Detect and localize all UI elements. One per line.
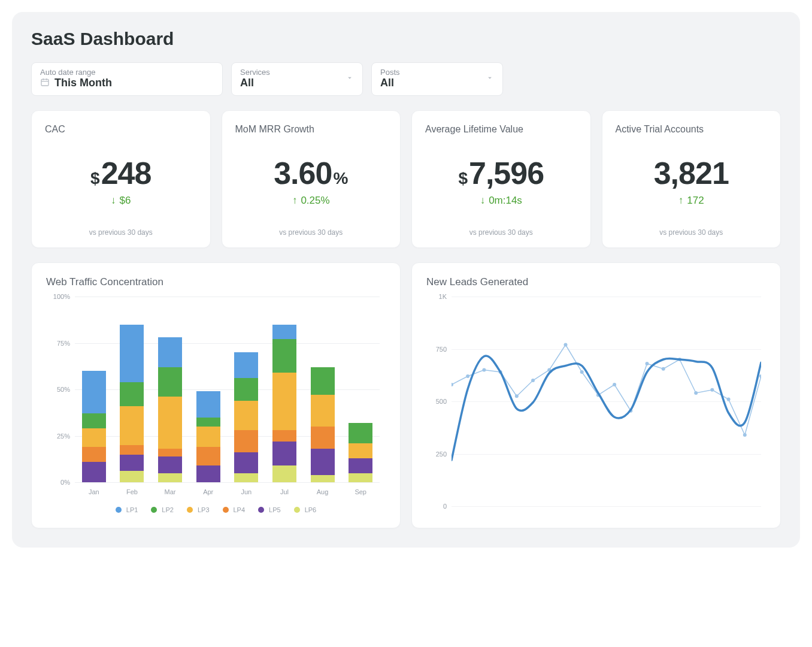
metric-delta: ↑0.25% [235, 195, 387, 207]
metric-value-row: $7,596 [425, 155, 577, 191]
data-point [759, 374, 761, 378]
services-filter[interactable]: Services All [231, 62, 363, 96]
bar-segment-LP4 [234, 430, 258, 452]
bar-segment-LP3 [349, 443, 372, 458]
data-point [580, 370, 584, 374]
legend-item: LP5 [258, 506, 281, 513]
bar-segment-LP1 [234, 352, 258, 378]
data-point [613, 383, 616, 386]
legend-swatch [294, 507, 300, 513]
legend-item: LP6 [294, 506, 317, 513]
legend-label: LP6 [305, 506, 317, 513]
posts-label: Posts [380, 68, 494, 77]
metric-delta-value: 0.25% [301, 195, 329, 207]
bar-segment-LP4 [272, 430, 296, 442]
legend-item: LP1 [116, 506, 138, 513]
x-tick-label: Jun [234, 488, 258, 495]
page-title: SaaS Dashboard [31, 29, 781, 49]
bar-column [349, 423, 372, 482]
dashboard-page: SaaS Dashboard Auto date range This Mont… [12, 12, 800, 548]
chart-title: New Leads Generated [426, 276, 766, 288]
data-point [531, 379, 535, 382]
posts-value: All [380, 77, 494, 89]
bar-segment-LP1 [120, 325, 144, 382]
metric-delta: ↑172 [616, 195, 768, 207]
metric-compare: vs previous 30 days [235, 228, 387, 237]
metric-card: CAC$248↓$6vs previous 30 days [31, 110, 211, 248]
x-tick-label: Jan [82, 488, 106, 495]
line-series-points [452, 345, 761, 436]
bar-segment-LP2 [120, 382, 144, 406]
y-tick-label: 50% [46, 386, 70, 393]
legend-label: LP4 [234, 506, 246, 513]
bar-segment-LP5 [349, 458, 372, 473]
metric-title: MoM MRR Growth [235, 124, 387, 135]
services-value: All [240, 77, 354, 89]
bar-segment-LP3 [272, 373, 296, 430]
y-tick-label: 250 [426, 451, 447, 458]
metrics-row: CAC$248↓$6vs previous 30 daysMoM MRR Gro… [31, 110, 781, 248]
svg-rect-0 [41, 79, 49, 86]
date-range-filter[interactable]: Auto date range This Month [31, 62, 223, 96]
legend-label: LP5 [269, 506, 281, 513]
bar-segment-LP6 [234, 473, 258, 483]
arrow-up-icon: ↑ [292, 195, 298, 207]
metric-value-row: $248 [45, 155, 197, 191]
x-tick-label: Jul [272, 488, 296, 495]
metric-compare: vs previous 30 days [616, 228, 768, 237]
metric-value: 3.60 [274, 155, 332, 191]
bar-chart: 0%25%50%75%100% JanFebMarAprJunJulAugSep… [46, 297, 386, 513]
data-point [646, 362, 649, 365]
bar-segment-LP3 [311, 395, 335, 427]
metric-value-row: 3.60% [235, 155, 387, 191]
x-tick-label: Feb [120, 488, 144, 495]
data-point [515, 394, 519, 398]
bar-segment-LP2 [234, 378, 258, 400]
bar-column [311, 367, 335, 482]
metric-value: 3,821 [654, 155, 729, 191]
x-tick-label: Apr [196, 488, 220, 495]
metric-compare: vs previous 30 days [425, 228, 577, 237]
arrow-up-icon: ↑ [678, 195, 684, 207]
legend-swatch [187, 507, 193, 513]
legend-swatch [258, 507, 264, 513]
data-point [727, 398, 731, 401]
metric-delta-value: 172 [687, 195, 704, 207]
metric-value: 248 [101, 155, 152, 191]
bar-segment-LP6 [120, 471, 144, 482]
metric-delta-value: 0m:14s [489, 195, 522, 207]
y-tick-label: 0% [46, 479, 70, 486]
bar-segment-LP4 [311, 427, 335, 449]
bar-column [272, 325, 296, 482]
gridline [452, 506, 761, 507]
bar-segment-LP5 [234, 452, 258, 473]
metric-card: MoM MRR Growth3.60%↑0.25%vs previous 30 … [222, 110, 401, 248]
date-range-value: This Month [54, 77, 112, 89]
bar-plot-area: 0%25%50%75%100% [75, 297, 380, 482]
metric-value-row: 3,821 [616, 155, 768, 191]
legend-swatch [151, 507, 157, 513]
line-svg [452, 297, 761, 506]
posts-filter[interactable]: Posts All [371, 62, 503, 96]
bar-segment-LP2 [82, 413, 106, 428]
arrow-down-icon: ↓ [111, 195, 116, 207]
bar-segment-LP5 [196, 465, 220, 482]
bar-segment-LP6 [311, 475, 335, 482]
bar-segment-LP2 [311, 367, 335, 395]
bar-column [196, 391, 220, 482]
legend-item: LP4 [223, 506, 246, 513]
bar-segment-LP4 [196, 447, 220, 465]
bar-segment-LP2 [158, 367, 182, 397]
arrow-down-icon: ↓ [480, 195, 486, 207]
x-tick-label: Sep [349, 488, 372, 495]
charts-row: Web Traffic Concentration 0%25%50%75%100… [31, 262, 781, 528]
metric-delta-value: $6 [120, 195, 131, 207]
new-leads-chart-card: New Leads Generated 02505007501K [411, 262, 781, 528]
data-point [662, 367, 665, 371]
web-traffic-chart-card: Web Traffic Concentration 0%25%50%75%100… [31, 262, 401, 528]
y-tick-label: 500 [426, 398, 447, 405]
line-chart: 02505007501K [426, 297, 766, 506]
legend-label: LP3 [198, 506, 210, 513]
bar-column [158, 337, 182, 482]
metric-delta: ↓$6 [45, 195, 197, 207]
